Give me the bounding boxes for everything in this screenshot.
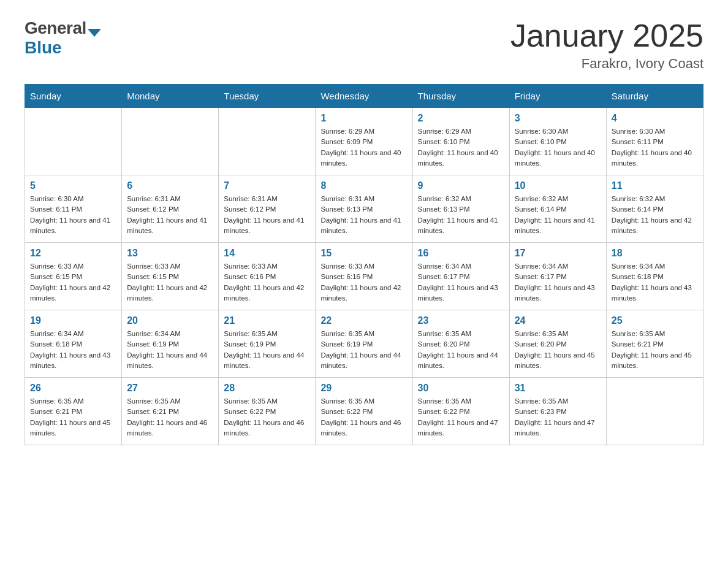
day-number: 31 xyxy=(515,383,601,394)
day-info: Sunrise: 6:34 AM Sunset: 6:17 PM Dayligh… xyxy=(418,261,504,304)
day-info: Sunrise: 6:32 AM Sunset: 6:13 PM Dayligh… xyxy=(418,194,504,236)
calendar-week-row: 1Sunrise: 6:29 AM Sunset: 6:09 PM Daylig… xyxy=(25,108,703,175)
table-row: 28Sunrise: 6:35 AM Sunset: 6:22 PM Dayli… xyxy=(219,378,316,445)
day-number: 30 xyxy=(418,383,504,394)
col-tuesday: Tuesday xyxy=(219,85,316,108)
day-info: Sunrise: 6:29 AM Sunset: 6:10 PM Dayligh… xyxy=(418,126,504,169)
day-number: 9 xyxy=(418,180,504,191)
day-info: Sunrise: 6:35 AM Sunset: 6:22 PM Dayligh… xyxy=(224,396,310,439)
table-row: 16Sunrise: 6:34 AM Sunset: 6:17 PM Dayli… xyxy=(412,243,509,310)
day-info: Sunrise: 6:31 AM Sunset: 6:12 PM Dayligh… xyxy=(224,194,310,236)
day-number: 17 xyxy=(515,248,601,259)
page-header: General Blue January 2025 Farakro, Ivory… xyxy=(25,18,703,72)
day-number: 25 xyxy=(612,315,698,326)
day-number: 12 xyxy=(30,248,116,259)
table-row: 27Sunrise: 6:35 AM Sunset: 6:21 PM Dayli… xyxy=(122,378,219,445)
day-info: Sunrise: 6:35 AM Sunset: 6:19 PM Dayligh… xyxy=(224,329,310,371)
day-info: Sunrise: 6:35 AM Sunset: 6:19 PM Dayligh… xyxy=(320,329,407,371)
table-row: 22Sunrise: 6:35 AM Sunset: 6:19 PM Dayli… xyxy=(316,310,412,378)
day-info: Sunrise: 6:35 AM Sunset: 6:23 PM Dayligh… xyxy=(515,396,601,439)
title-section: January 2025 Farakro, Ivory Coast xyxy=(510,18,703,72)
table-row xyxy=(219,108,316,175)
logo-general-text: General xyxy=(25,18,86,38)
day-info: Sunrise: 6:33 AM Sunset: 6:15 PM Dayligh… xyxy=(30,261,116,304)
day-number: 19 xyxy=(30,315,116,326)
table-row: 10Sunrise: 6:32 AM Sunset: 6:14 PM Dayli… xyxy=(509,175,606,243)
table-row: 19Sunrise: 6:34 AM Sunset: 6:18 PM Dayli… xyxy=(25,310,122,378)
day-number: 7 xyxy=(224,180,310,191)
day-number: 6 xyxy=(127,180,213,191)
day-number: 16 xyxy=(418,248,504,259)
col-thursday: Thursday xyxy=(412,85,509,108)
col-wednesday: Wednesday xyxy=(316,85,412,108)
table-row: 7Sunrise: 6:31 AM Sunset: 6:12 PM Daylig… xyxy=(219,175,316,243)
day-info: Sunrise: 6:30 AM Sunset: 6:11 PM Dayligh… xyxy=(612,126,698,169)
day-info: Sunrise: 6:31 AM Sunset: 6:12 PM Dayligh… xyxy=(127,194,213,236)
table-row xyxy=(122,108,219,175)
table-row: 24Sunrise: 6:35 AM Sunset: 6:20 PM Dayli… xyxy=(509,310,606,378)
day-info: Sunrise: 6:31 AM Sunset: 6:13 PM Dayligh… xyxy=(320,194,407,236)
table-row: 15Sunrise: 6:33 AM Sunset: 6:16 PM Dayli… xyxy=(316,243,412,310)
day-number: 8 xyxy=(320,180,407,191)
table-row: 12Sunrise: 6:33 AM Sunset: 6:15 PM Dayli… xyxy=(25,243,122,310)
table-row xyxy=(606,378,703,445)
table-row: 8Sunrise: 6:31 AM Sunset: 6:13 PM Daylig… xyxy=(316,175,412,243)
day-number: 28 xyxy=(224,383,310,394)
day-number: 20 xyxy=(127,315,213,326)
day-info: Sunrise: 6:34 AM Sunset: 6:19 PM Dayligh… xyxy=(127,329,213,371)
day-number: 2 xyxy=(418,113,504,124)
day-info: Sunrise: 6:34 AM Sunset: 6:18 PM Dayligh… xyxy=(612,261,698,304)
day-number: 15 xyxy=(320,248,407,259)
table-row: 6Sunrise: 6:31 AM Sunset: 6:12 PM Daylig… xyxy=(122,175,219,243)
day-info: Sunrise: 6:35 AM Sunset: 6:21 PM Dayligh… xyxy=(127,396,213,439)
table-row: 2Sunrise: 6:29 AM Sunset: 6:10 PM Daylig… xyxy=(412,108,509,175)
table-row: 4Sunrise: 6:30 AM Sunset: 6:11 PM Daylig… xyxy=(606,108,703,175)
day-info: Sunrise: 6:34 AM Sunset: 6:18 PM Dayligh… xyxy=(30,329,116,371)
day-number: 10 xyxy=(515,180,601,191)
day-info: Sunrise: 6:35 AM Sunset: 6:21 PM Dayligh… xyxy=(612,329,698,371)
day-number: 14 xyxy=(224,248,310,259)
day-info: Sunrise: 6:32 AM Sunset: 6:14 PM Dayligh… xyxy=(515,194,601,236)
day-info: Sunrise: 6:35 AM Sunset: 6:21 PM Dayligh… xyxy=(30,396,116,439)
day-number: 11 xyxy=(612,180,698,191)
table-row: 9Sunrise: 6:32 AM Sunset: 6:13 PM Daylig… xyxy=(412,175,509,243)
day-number: 29 xyxy=(320,383,407,394)
day-info: Sunrise: 6:33 AM Sunset: 6:16 PM Dayligh… xyxy=(320,261,407,304)
table-row: 17Sunrise: 6:34 AM Sunset: 6:17 PM Dayli… xyxy=(509,243,606,310)
table-row: 1Sunrise: 6:29 AM Sunset: 6:09 PM Daylig… xyxy=(316,108,412,175)
table-row: 21Sunrise: 6:35 AM Sunset: 6:19 PM Dayli… xyxy=(219,310,316,378)
day-info: Sunrise: 6:32 AM Sunset: 6:14 PM Dayligh… xyxy=(612,194,698,236)
location-title: Farakro, Ivory Coast xyxy=(510,56,703,72)
day-info: Sunrise: 6:30 AM Sunset: 6:10 PM Dayligh… xyxy=(515,126,601,169)
day-number: 23 xyxy=(418,315,504,326)
day-number: 3 xyxy=(515,113,601,124)
day-number: 13 xyxy=(127,248,213,259)
day-info: Sunrise: 6:34 AM Sunset: 6:17 PM Dayligh… xyxy=(515,261,601,304)
table-row: 25Sunrise: 6:35 AM Sunset: 6:21 PM Dayli… xyxy=(606,310,703,378)
day-number: 22 xyxy=(320,315,407,326)
calendar-table: Sunday Monday Tuesday Wednesday Thursday… xyxy=(25,84,703,445)
day-info: Sunrise: 6:35 AM Sunset: 6:22 PM Dayligh… xyxy=(320,396,407,439)
table-row: 30Sunrise: 6:35 AM Sunset: 6:22 PM Dayli… xyxy=(412,378,509,445)
table-row: 29Sunrise: 6:35 AM Sunset: 6:22 PM Dayli… xyxy=(316,378,412,445)
col-saturday: Saturday xyxy=(606,85,703,108)
table-row: 13Sunrise: 6:33 AM Sunset: 6:15 PM Dayli… xyxy=(122,243,219,310)
day-info: Sunrise: 6:33 AM Sunset: 6:15 PM Dayligh… xyxy=(127,261,213,304)
logo-triangle-icon xyxy=(88,29,101,37)
col-sunday: Sunday xyxy=(25,85,122,108)
calendar-week-row: 12Sunrise: 6:33 AM Sunset: 6:15 PM Dayli… xyxy=(25,243,703,310)
month-title: January 2025 xyxy=(510,18,703,53)
day-number: 27 xyxy=(127,383,213,394)
table-row: 23Sunrise: 6:35 AM Sunset: 6:20 PM Dayli… xyxy=(412,310,509,378)
day-info: Sunrise: 6:29 AM Sunset: 6:09 PM Dayligh… xyxy=(320,126,407,169)
day-info: Sunrise: 6:35 AM Sunset: 6:20 PM Dayligh… xyxy=(418,329,504,371)
day-info: Sunrise: 6:30 AM Sunset: 6:11 PM Dayligh… xyxy=(30,194,116,236)
logo: General Blue xyxy=(25,18,101,58)
calendar-week-row: 26Sunrise: 6:35 AM Sunset: 6:21 PM Dayli… xyxy=(25,378,703,445)
table-row: 11Sunrise: 6:32 AM Sunset: 6:14 PM Dayli… xyxy=(606,175,703,243)
table-row: 26Sunrise: 6:35 AM Sunset: 6:21 PM Dayli… xyxy=(25,378,122,445)
calendar-header-row: Sunday Monday Tuesday Wednesday Thursday… xyxy=(25,85,703,108)
day-number: 1 xyxy=(320,113,407,124)
table-row: 31Sunrise: 6:35 AM Sunset: 6:23 PM Dayli… xyxy=(509,378,606,445)
calendar-week-row: 5Sunrise: 6:30 AM Sunset: 6:11 PM Daylig… xyxy=(25,175,703,243)
